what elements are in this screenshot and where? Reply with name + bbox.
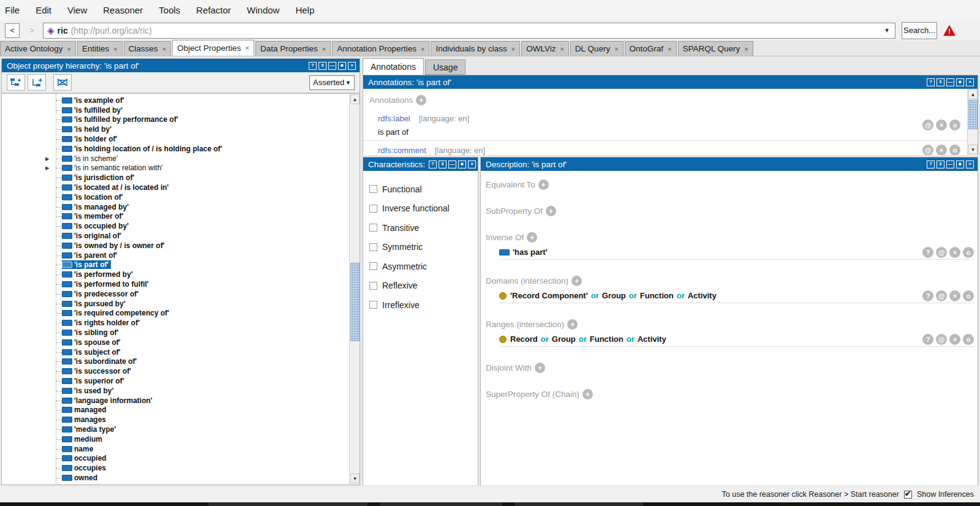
tree-item[interactable]: 'is holding location of / is holding pla… [2, 144, 349, 154]
tree-item[interactable]: 'is held by' [2, 124, 349, 134]
description-row[interactable]: 'Record Component'orGrouporFunctionorAct… [499, 289, 975, 303]
characteristic-functional[interactable]: Functional [369, 179, 478, 199]
collapse-icon[interactable]: — [946, 78, 954, 86]
entity-link[interactable]: Activity [638, 334, 666, 344]
add-annotation-button[interactable]: + [416, 95, 426, 105]
characteristic-reflexive[interactable]: Reflexive [369, 276, 478, 296]
menu-edit[interactable]: Edit [36, 5, 51, 15]
annotations-scrollbar[interactable]: ▲ ▼ [967, 89, 978, 155]
annotate-button[interactable]: @ [936, 334, 947, 345]
explain-button[interactable]: ? [922, 247, 933, 258]
tree-item[interactable]: 'is predecessor of' [2, 289, 349, 299]
tab-owlviz[interactable]: OWLViz× [521, 41, 569, 56]
checkbox[interactable] [369, 243, 377, 251]
delete-button[interactable]: × [949, 334, 960, 345]
entity-link[interactable]: Group [552, 334, 576, 344]
scroll-up-icon[interactable]: ▲ [968, 89, 978, 99]
annotations-scrollbar-thumb[interactable] [968, 100, 978, 129]
checkbox[interactable] [369, 185, 377, 193]
entity-link[interactable]: Group [602, 291, 626, 300]
tree-item[interactable]: medium [2, 434, 349, 444]
tab-entities[interactable]: Entities× [77, 41, 123, 56]
add-ranges-intersection-button[interactable]: + [567, 319, 578, 330]
entity-link[interactable]: 'Record Component' [510, 291, 588, 300]
tab-object-properties[interactable]: Object Properties× [172, 40, 254, 56]
split-icon[interactable]: ‖ [937, 160, 944, 168]
tree-item[interactable]: 'is performed to fulfil' [2, 279, 349, 289]
annotation-row[interactable]: rdfs:label[language: en]is part of@×o [363, 109, 978, 141]
tree-item[interactable]: 'is subordinate of' [2, 357, 349, 367]
tree-item[interactable]: 'is jurisdiction of' [2, 173, 349, 183]
tree-item[interactable]: manages [2, 415, 349, 425]
characteristic-irreflexive[interactable]: Irreflexive [369, 295, 478, 315]
tree-item[interactable]: occupied [2, 453, 349, 463]
explain-button[interactable]: ? [922, 334, 933, 345]
tree-item[interactable]: 'is required competency of' [2, 309, 349, 319]
tree-item[interactable]: 'is location of' [2, 192, 349, 202]
add-superproperty-of-chain-button[interactable]: + [582, 389, 593, 399]
float-icon[interactable]: ■ [956, 78, 964, 86]
help-icon[interactable]: ? [429, 160, 437, 168]
expand-icon[interactable]: ▶ [45, 156, 50, 162]
delete-button[interactable]: × [936, 119, 947, 130]
close-icon[interactable]: × [966, 160, 974, 168]
entity-link[interactable]: Record [510, 334, 538, 344]
delete-button[interactable]: × [949, 247, 960, 258]
tree-item[interactable]: ▶'is in scheme' [2, 154, 349, 164]
delete-button[interactable]: × [949, 290, 960, 301]
tab-sparql-query[interactable]: SPARQL Query× [678, 41, 753, 56]
float-icon[interactable]: ■ [458, 160, 466, 168]
tree-item[interactable]: 'is owned by / is owner of' [2, 241, 349, 251]
tree-item[interactable]: 'is fulfilled by' [2, 105, 349, 115]
add-inverse-ofbutton[interactable]: + [527, 232, 537, 243]
annotation-property-link[interactable]: rdfs:label [378, 114, 410, 123]
edit-button[interactable]: o [963, 334, 974, 345]
tree-item[interactable]: owned [2, 473, 349, 483]
entity-link[interactable]: Function [640, 291, 674, 300]
close-icon[interactable]: × [113, 45, 117, 53]
entity-link[interactable]: 'has part' [513, 247, 548, 257]
menu-file[interactable]: File [5, 5, 20, 15]
close-icon[interactable]: × [744, 45, 748, 53]
add-sub-property-button[interactable] [7, 74, 25, 91]
tree-item[interactable]: 'is original of' [2, 231, 349, 241]
help-icon[interactable]: ? [927, 160, 935, 168]
annotation-property-link[interactable]: rdfs:comment [378, 146, 426, 155]
entity-link[interactable]: Activity [688, 291, 717, 300]
explain-button[interactable]: ? [922, 290, 933, 301]
collapse-icon[interactable]: — [946, 160, 954, 168]
show-inferences-checkbox[interactable] [904, 491, 912, 499]
delete-property-button[interactable] [53, 74, 72, 91]
float-icon[interactable]: ■ [956, 160, 964, 168]
tree-item[interactable]: 'is performed by' [2, 270, 349, 279]
tab-data-properties[interactable]: Data Properties× [255, 41, 331, 56]
tree-item[interactable]: 'is pursued by' [2, 299, 349, 309]
collapse-icon[interactable]: — [328, 62, 336, 70]
float-icon[interactable]: ■ [338, 62, 346, 70]
tab-usage[interactable]: Usage [425, 59, 466, 75]
close-icon[interactable]: × [421, 45, 424, 53]
hierarchy-view-select[interactable]: Asserted▼ [309, 75, 355, 90]
collapse-icon[interactable]: — [448, 160, 456, 168]
close-icon[interactable]: × [511, 45, 515, 53]
help-icon[interactable]: ? [309, 62, 317, 70]
tree-item[interactable]: 'is occupied by' [2, 221, 349, 231]
chevron-down-icon[interactable]: ▼ [883, 27, 891, 34]
tree-item[interactable]: 'is rights holder of' [2, 318, 349, 328]
close-icon[interactable]: × [668, 45, 671, 53]
close-icon[interactable]: × [162, 45, 166, 53]
characteristic-asymmetric[interactable]: Asymmetric [369, 257, 478, 276]
tree-item[interactable]: 'is used by' [2, 386, 349, 396]
menu-refactor[interactable]: Refactor [196, 5, 231, 15]
annotate-button[interactable]: @ [922, 119, 933, 130]
tree-item[interactable]: 'is located at / is located in' [2, 183, 349, 192]
tree-item[interactable]: 'is successor of' [2, 366, 349, 376]
tree-item[interactable]: 'is parent of' [2, 251, 349, 260]
split-icon[interactable]: ‖ [937, 78, 944, 86]
characteristic-inverse-functional[interactable]: Inverse functional [369, 199, 478, 219]
characteristic-transitive[interactable]: Transitive [369, 218, 478, 238]
tab-annotation-properties[interactable]: Annotation Properties× [332, 41, 429, 56]
tree-scrollbar[interactable]: ▲ ▼ [349, 94, 360, 484]
edit-button[interactable]: o [949, 119, 960, 130]
tree-item[interactable]: 'is fulfilled by performance of' [2, 115, 349, 125]
